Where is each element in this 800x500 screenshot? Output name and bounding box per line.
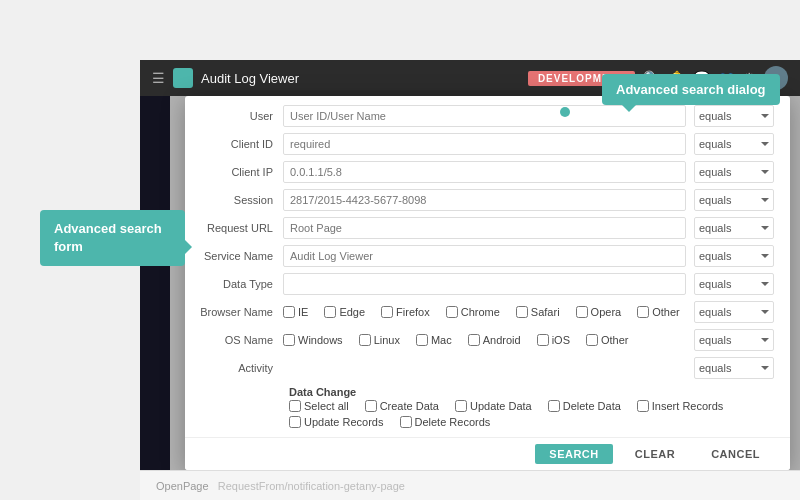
app-icon [173, 68, 193, 88]
form-row-os-name: OS Name Windows Linux Mac Android iOS Ot… [193, 328, 774, 352]
select-operator-request-url[interactable]: equalsnot equals [694, 217, 774, 239]
checkbox-insert-records-input[interactable] [637, 400, 649, 412]
form-row-activity: Activity equalsnot equals [193, 356, 774, 380]
checkbox-create-data[interactable]: Create Data [365, 400, 439, 412]
checkbox-ios-input[interactable] [537, 334, 549, 346]
tooltip-advanced-search-form: Advanced search form [40, 210, 185, 266]
label-client-id: Client ID [193, 138, 283, 150]
data-change-checkbox-group: Select all Create Data Update Data Delet… [289, 400, 774, 428]
checkbox-delete-records[interactable]: Delete Records [400, 416, 491, 428]
checkbox-select-all[interactable]: Select all [289, 400, 349, 412]
select-operator-client-ip[interactable]: equalsnot equals [694, 161, 774, 183]
select-operator-client-id[interactable]: equalsnot equals [694, 133, 774, 155]
checkbox-ie[interactable]: IE [283, 306, 308, 318]
input-data-type[interactable] [283, 273, 686, 295]
checkbox-ios[interactable]: iOS [537, 334, 570, 346]
form-row-user: User equalsnot equalscontains [193, 104, 774, 128]
label-user: User [193, 110, 283, 122]
search-button[interactable]: SEARCH [535, 444, 612, 464]
checkbox-ie-input[interactable] [283, 306, 295, 318]
checkbox-update-records-input[interactable] [289, 416, 301, 428]
label-os-name: OS Name [193, 334, 283, 346]
checkbox-safari-input[interactable] [516, 306, 528, 318]
checkbox-update-data-input[interactable] [455, 400, 467, 412]
checkbox-other-browser[interactable]: Other [637, 306, 680, 318]
form-row-client-id: Client ID equalsnot equals [193, 132, 774, 156]
input-service-name[interactable] [283, 245, 686, 267]
label-browser-name: Browser Name [193, 306, 283, 318]
checkbox-delete-data-input[interactable] [548, 400, 560, 412]
bottom-status-bar: OpenPage RequestFrom/notification-getany… [140, 470, 800, 500]
checkbox-opera[interactable]: Opera [576, 306, 622, 318]
checkbox-chrome-input[interactable] [446, 306, 458, 318]
select-operator-os[interactable]: equalsnot equals [694, 329, 774, 351]
checkbox-linux-input[interactable] [359, 334, 371, 346]
os-checkbox-group: Windows Linux Mac Android iOS Other [283, 334, 686, 346]
checkbox-edge[interactable]: Edge [324, 306, 365, 318]
checkbox-opera-input[interactable] [576, 306, 588, 318]
form-row-data-change: Select all Create Data Update Data Delet… [193, 400, 774, 428]
checkbox-update-data[interactable]: Update Data [455, 400, 532, 412]
checkbox-linux[interactable]: Linux [359, 334, 400, 346]
label-activity: Activity [193, 362, 283, 374]
menu-icon: ☰ [152, 70, 165, 86]
select-operator-data-type[interactable]: equalsnot equals [694, 273, 774, 295]
checkbox-mac-input[interactable] [416, 334, 428, 346]
input-client-ip[interactable] [283, 161, 686, 183]
cancel-button[interactable]: CANCEL [697, 444, 774, 464]
dialog-body: User equalsnot equalscontains Client ID … [185, 96, 790, 437]
checkbox-delete-records-input[interactable] [400, 416, 412, 428]
select-operator-user[interactable]: equalsnot equalscontains [694, 105, 774, 127]
tooltip-advanced-search-dialog: Advanced search dialog [602, 74, 780, 105]
checkbox-edge-input[interactable] [324, 306, 336, 318]
input-request-url[interactable] [283, 217, 686, 239]
checkbox-other-os[interactable]: Other [586, 334, 629, 346]
label-service-name: Service Name [193, 250, 283, 262]
form-row-request-url: Request URL equalsnot equals [193, 216, 774, 240]
form-row-client-ip: Client IP equalsnot equals [193, 160, 774, 184]
checkbox-delete-data[interactable]: Delete Data [548, 400, 621, 412]
input-session[interactable] [283, 189, 686, 211]
input-client-id[interactable] [283, 133, 686, 155]
form-row-data-type: Data Type equalsnot equals [193, 272, 774, 296]
checkbox-mac[interactable]: Mac [416, 334, 452, 346]
checkbox-android-input[interactable] [468, 334, 480, 346]
form-row-browser-name: Browser Name IE Edge Firefox Chrome Safa… [193, 300, 774, 324]
app-title: Audit Log Viewer [201, 71, 520, 86]
clear-button[interactable]: CLEAR [621, 444, 689, 464]
checkbox-firefox-input[interactable] [381, 306, 393, 318]
teal-connector-dot [560, 107, 570, 117]
checkbox-firefox[interactable]: Firefox [381, 306, 430, 318]
data-change-label: Data Change [193, 386, 774, 398]
select-operator-session[interactable]: equalsnot equals [694, 189, 774, 211]
dialog-footer: SEARCH CLEAR CANCEL [185, 437, 790, 470]
select-operator-activity[interactable]: equalsnot equals [694, 357, 774, 379]
checkbox-insert-records[interactable]: Insert Records [637, 400, 724, 412]
label-session: Session [193, 194, 283, 206]
checkbox-create-data-input[interactable] [365, 400, 377, 412]
advanced-search-dialog: User equalsnot equalscontains Client ID … [185, 96, 790, 470]
select-operator-browser[interactable]: equalsnot equals [694, 301, 774, 323]
checkbox-other-browser-input[interactable] [637, 306, 649, 318]
browser-checkbox-group: IE Edge Firefox Chrome Safari Opera Othe… [283, 306, 686, 318]
checkbox-windows[interactable]: Windows [283, 334, 343, 346]
label-request-url: Request URL [193, 222, 283, 234]
select-operator-service-name[interactable]: equalsnot equals [694, 245, 774, 267]
checkbox-other-os-input[interactable] [586, 334, 598, 346]
checkbox-windows-input[interactable] [283, 334, 295, 346]
checkbox-chrome[interactable]: Chrome [446, 306, 500, 318]
label-data-type: Data Type [193, 278, 283, 290]
form-row-service-name: Service Name equalsnot equals [193, 244, 774, 268]
checkbox-select-all-input[interactable] [289, 400, 301, 412]
checkbox-safari[interactable]: Safari [516, 306, 560, 318]
form-row-session: Session equalsnot equals [193, 188, 774, 212]
bottom-bar-text: OpenPage RequestFrom/notification-getany… [156, 480, 405, 492]
checkbox-android[interactable]: Android [468, 334, 521, 346]
label-client-ip: Client IP [193, 166, 283, 178]
checkbox-update-records[interactable]: Update Records [289, 416, 384, 428]
